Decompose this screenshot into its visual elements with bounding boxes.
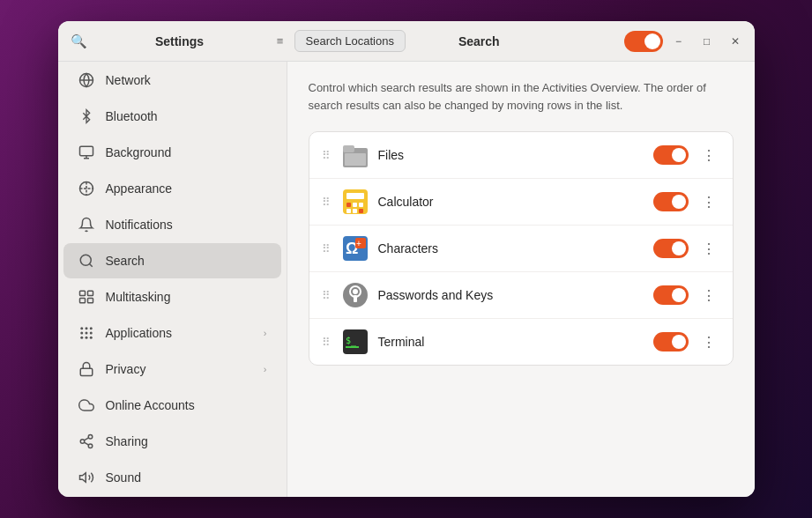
svg-line-26	[84, 438, 88, 440]
sidebar-item-sound[interactable]: Sound	[63, 460, 281, 495]
characters-app-icon: Ω +	[341, 234, 369, 263]
app-name-calculator: Calculator	[378, 195, 644, 209]
svg-rect-21	[80, 368, 93, 375]
sidebar: Network Bluetooth Background	[58, 62, 287, 497]
toggle-files[interactable]	[653, 145, 689, 165]
more-button-terminal[interactable]: ⋮	[697, 330, 720, 353]
svg-text:$_: $_	[346, 336, 357, 346]
hamburger-button[interactable]: ≡	[266, 27, 294, 56]
sidebar-item-online-accounts[interactable]: Online Accounts	[63, 388, 281, 423]
svg-point-16	[85, 332, 87, 335]
svg-point-17	[89, 332, 92, 335]
minimize-button[interactable]: −	[667, 29, 691, 54]
bluetooth-icon	[78, 107, 95, 125]
svg-point-23	[80, 440, 85, 444]
sidebar-label-multitasking: Multitasking	[106, 290, 171, 304]
sidebar-item-network[interactable]: Network	[63, 63, 281, 98]
drag-handle-terminal[interactable]: ⠿	[322, 336, 331, 349]
table-row: ⠿ Passwords and Keys ⋮	[309, 272, 733, 319]
svg-point-20	[89, 337, 92, 339]
maximize-button[interactable]: □	[695, 29, 719, 54]
sidebar-item-bluetooth[interactable]: Bluetooth	[63, 99, 281, 134]
svg-point-19	[85, 337, 87, 339]
svg-point-13	[85, 327, 87, 329]
drag-handle-passwords[interactable]: ⠿	[322, 289, 331, 302]
svg-rect-33	[343, 145, 354, 152]
svg-rect-10	[79, 299, 85, 303]
sidebar-item-appearance[interactable]: Appearance	[63, 171, 281, 206]
more-button-files[interactable]: ⋮	[697, 144, 720, 166]
drag-handle-files[interactable]: ⠿	[322, 149, 331, 162]
toggle-passwords[interactable]	[653, 285, 689, 305]
main-toggle[interactable]	[624, 31, 663, 52]
sidebar-item-power[interactable]: Power	[63, 496, 281, 497]
sound-icon	[78, 469, 95, 486]
app-name-terminal: Terminal	[378, 335, 644, 349]
sidebar-label-appearance: Appearance	[106, 181, 173, 196]
sidebar-label-network: Network	[106, 73, 151, 87]
more-button-passwords[interactable]: ⋮	[697, 284, 720, 307]
close-button[interactable]: ✕	[723, 29, 748, 54]
app-name-passwords: Passwords and Keys	[378, 288, 644, 302]
svg-point-24	[88, 444, 93, 448]
sidebar-item-notifications[interactable]: Notifications	[63, 207, 281, 242]
svg-rect-9	[87, 291, 93, 295]
sidebar-item-sharing[interactable]: Sharing	[63, 424, 281, 459]
sidebar-item-privacy[interactable]: Privacy ›	[63, 352, 281, 387]
svg-rect-40	[346, 209, 351, 213]
sidebar-item-applications[interactable]: Applications ›	[63, 315, 281, 351]
svg-rect-37	[346, 203, 351, 207]
hamburger-icon: ≡	[277, 34, 284, 48]
svg-rect-49	[354, 295, 357, 302]
sidebar-label-applications: Applications	[106, 326, 173, 340]
sidebar-item-search[interactable]: Search	[63, 243, 281, 278]
svg-point-50	[353, 289, 358, 294]
multitasking-icon	[78, 288, 95, 306]
applications-icon	[78, 324, 95, 342]
sidebar-label-sharing: Sharing	[106, 434, 148, 448]
svg-point-6	[80, 255, 91, 265]
svg-point-12	[80, 327, 83, 329]
search-icon: 🔍	[71, 33, 87, 49]
table-row: ⠿ Calculator	[309, 179, 733, 226]
svg-rect-39	[359, 203, 363, 207]
drag-handle-calculator[interactable]: ⠿	[322, 196, 331, 209]
content-area: Network Bluetooth Background	[58, 62, 755, 497]
sidebar-label-sound: Sound	[106, 470, 141, 485]
privacy-icon	[78, 360, 95, 378]
notifications-icon	[78, 216, 95, 233]
svg-line-25	[84, 442, 88, 445]
background-icon	[78, 144, 95, 161]
titlebar: 🔍 Settings ≡ Search Locations Search − □…	[58, 21, 755, 62]
svg-point-15	[80, 332, 83, 335]
search-button[interactable]: 🔍	[65, 27, 93, 56]
more-button-characters[interactable]: ⋮	[697, 237, 720, 260]
svg-rect-2	[79, 146, 93, 156]
table-row: ⠿ Ω + Characters ⋮	[309, 226, 733, 272]
sidebar-item-multitasking[interactable]: Multitasking	[63, 279, 281, 314]
svg-rect-34	[345, 153, 366, 166]
app-title: Settings	[99, 34, 261, 48]
toggle-terminal[interactable]	[653, 332, 689, 352]
appearance-icon	[78, 180, 95, 197]
sharing-icon	[78, 433, 95, 450]
description-text: Control which search results are shown i…	[309, 79, 714, 114]
applications-chevron: ›	[264, 328, 267, 338]
main-panel: Control which search results are shown i…	[287, 62, 755, 497]
sidebar-label-background: Background	[106, 145, 172, 159]
online-accounts-icon	[78, 396, 95, 414]
titlebar-right: − □ ✕	[624, 29, 748, 54]
drag-handle-characters[interactable]: ⠿	[322, 242, 331, 255]
svg-rect-36	[346, 193, 364, 199]
more-button-calculator[interactable]: ⋮	[697, 190, 720, 213]
terminal-app-icon: $_	[341, 328, 369, 356]
toggle-characters[interactable]	[653, 239, 689, 258]
sidebar-item-background[interactable]: Background	[63, 135, 281, 170]
toggle-calculator[interactable]	[653, 192, 689, 211]
sidebar-label-notifications: Notifications	[106, 218, 173, 232]
svg-point-14	[89, 327, 92, 329]
passwords-app-icon	[341, 281, 369, 309]
search-locations-button[interactable]: Search Locations	[294, 30, 406, 52]
search-sidebar-icon	[78, 252, 95, 270]
sidebar-label-privacy: Privacy	[106, 362, 146, 376]
